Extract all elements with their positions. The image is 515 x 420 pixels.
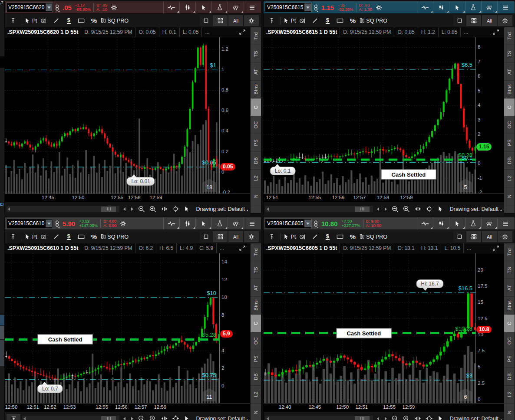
- step-left-button[interactable]: [121, 417, 127, 420]
- chart-type-candles-icon[interactable]: [179, 217, 195, 230]
- pointer-tool-button[interactable]: Pt: [25, 15, 37, 26]
- pin-drawings-button[interactable]: [7, 15, 19, 26]
- link-icon[interactable]: [54, 2, 60, 13]
- symbol-dropdown-button[interactable]: [46, 3, 52, 11]
- patterns-icon[interactable]: [228, 1, 244, 13]
- side-tab-n[interactable]: N: [504, 404, 515, 420]
- rectangle-tool-icon[interactable]: [334, 15, 346, 26]
- symbol-input[interactable]: V250915C6610: [6, 219, 53, 228]
- step-right-button[interactable]: [129, 417, 135, 420]
- studies-icon[interactable]: [417, 1, 433, 13]
- layout-settings-gear-icon[interactable]: [244, 231, 259, 242]
- side-tab-trd[interactable]: Trd: [504, 243, 515, 261]
- drawing-set-selector[interactable]: Drawing set: Default: [193, 416, 248, 420]
- menu-list-icon[interactable]: [497, 1, 513, 13]
- sqpro-indicator-button[interactable]: SQ PRO: [359, 15, 387, 26]
- side-tab-ps[interactable]: PS: [504, 134, 515, 152]
- side-tab-ps[interactable]: PS: [504, 350, 515, 368]
- pin-drawings-button[interactable]: [7, 231, 19, 243]
- rectangle-tool-icon[interactable]: [75, 15, 87, 26]
- price-axis[interactable]: 2017.51512.5107.552.5010.8: [475, 253, 504, 403]
- symbol-input[interactable]: V250915C6615: [265, 3, 312, 12]
- tests-flask-icon[interactable]: [211, 217, 228, 230]
- grid-view-button[interactable]: [213, 231, 228, 242]
- studies-icon[interactable]: [163, 217, 179, 230]
- price-axis[interactable]: 141210864205.9: [219, 253, 250, 403]
- time-tool-icon[interactable]: [296, 231, 308, 243]
- side-tab-db[interactable]: DB: [251, 368, 261, 386]
- candlestick-plot[interactable]: $10$5.28$0.75: [5, 253, 221, 403]
- expand-horizontal-icon[interactable]: [159, 416, 169, 420]
- zoom-in-icon[interactable]: [402, 206, 411, 213]
- side-tab-c[interactable]: C: [251, 315, 261, 332]
- layout-settings-gear-icon[interactable]: [498, 15, 512, 26]
- crosshair-target-icon[interactable]: [171, 206, 180, 212]
- symbol-dropdown-button[interactable]: [46, 220, 52, 227]
- symbol-input[interactable]: V250915C6620: [6, 3, 53, 12]
- side-tab-trd[interactable]: Trd: [251, 243, 261, 261]
- single-view-button[interactable]: [200, 231, 212, 242]
- side-tab-btns[interactable]: Btns: [251, 297, 261, 315]
- cursor-mode-icon[interactable]: [436, 206, 445, 212]
- pointer-tool-button[interactable]: Pt: [284, 15, 296, 26]
- pointer-tool-button[interactable]: Pt: [25, 231, 37, 243]
- layout-settings-gear-icon[interactable]: [498, 231, 512, 242]
- time-axis[interactable]: 12:4512:5012:5512:5812:59: [5, 194, 250, 202]
- side-tab-l2[interactable]: L2: [251, 386, 261, 404]
- side-tab-oc[interactable]: OC: [251, 116, 261, 134]
- side-tab-ps[interactable]: PS: [251, 134, 261, 152]
- auto-fit-icon[interactable]: [239, 29, 250, 35]
- chart-area[interactable]: $16.5$10.28$3 2017.51512.5107.552.5010.8…: [264, 253, 504, 403]
- grid-view-button[interactable]: [466, 15, 481, 26]
- time-scrollbar[interactable]: [22, 416, 119, 420]
- side-tab-trd[interactable]: Trd: [504, 27, 515, 45]
- sqpro-indicator-button[interactable]: SQ PRO: [100, 15, 129, 26]
- tests-flask-icon[interactable]: [465, 217, 481, 230]
- side-tab-n[interactable]: N: [504, 187, 515, 205]
- drawing-set-selector[interactable]: Drawing set: Default: [447, 416, 502, 420]
- trendline-tool-icon[interactable]: [50, 15, 62, 26]
- zoom-in-icon[interactable]: [148, 415, 158, 420]
- side-tab-at[interactable]: AT: [251, 279, 261, 297]
- expand-horizontal-icon[interactable]: [413, 416, 423, 420]
- percent-tool-icon[interactable]: %: [347, 15, 359, 26]
- side-tab-ts[interactable]: TS: [504, 261, 515, 279]
- tests-flask-icon[interactable]: [211, 1, 228, 13]
- all-panels-button[interactable]: All: [228, 15, 243, 26]
- pointer-tool-button[interactable]: Pt: [284, 231, 296, 243]
- cursor-tool-icon[interactable]: [195, 1, 211, 13]
- zoom-out-icon[interactable]: [390, 415, 400, 420]
- step-right-button[interactable]: [383, 207, 389, 211]
- scrollbar-thumb[interactable]: [355, 207, 370, 212]
- time-scrollbar[interactable]: [265, 206, 373, 212]
- side-tab-at[interactable]: AT: [504, 279, 515, 297]
- side-tab-db[interactable]: DB: [251, 152, 261, 170]
- price-axis[interactable]: 876543210-1-21.15: [475, 37, 504, 194]
- side-tab-n[interactable]: N: [251, 187, 261, 205]
- time-axis[interactable]: 12:5012:5112:5212:5312:5512:5612:5712:59: [5, 403, 250, 411]
- crosshair-target-icon[interactable]: [424, 415, 434, 420]
- chart-type-candles-icon[interactable]: [433, 217, 449, 230]
- pin-drawings-button[interactable]: [266, 231, 278, 243]
- cursor-tool-icon[interactable]: [195, 217, 211, 230]
- side-tab-ps[interactable]: PS: [251, 350, 261, 368]
- price-level-tool-icon[interactable]: $: [321, 15, 333, 26]
- grid-view-button[interactable]: [213, 15, 228, 26]
- side-tab-oc[interactable]: OC: [251, 332, 261, 350]
- link-icon[interactable]: [54, 218, 60, 229]
- side-tab-n[interactable]: N: [251, 404, 261, 420]
- candlestick-plot[interactable]: $1$0.05: [5, 37, 221, 194]
- patterns-icon[interactable]: [228, 217, 244, 230]
- side-tab-l2[interactable]: L2: [251, 170, 261, 187]
- candlestick-plot[interactable]: $6.5$0.28$0.1: [264, 37, 477, 194]
- drawing-set-selector[interactable]: Drawing set: Default: [193, 206, 248, 212]
- patterns-icon[interactable]: [481, 1, 497, 13]
- auto-fit-icon[interactable]: [239, 245, 250, 251]
- zoom-out-icon[interactable]: [137, 415, 146, 420]
- side-tab-l2[interactable]: L2: [504, 386, 515, 404]
- symbol-input[interactable]: V250915C6605: [265, 219, 312, 228]
- zoom-out-icon[interactable]: [390, 206, 400, 213]
- layout-settings-gear-icon[interactable]: [244, 15, 259, 26]
- side-tab-trd[interactable]: Trd: [251, 27, 261, 45]
- side-tab-c[interactable]: C: [251, 98, 261, 116]
